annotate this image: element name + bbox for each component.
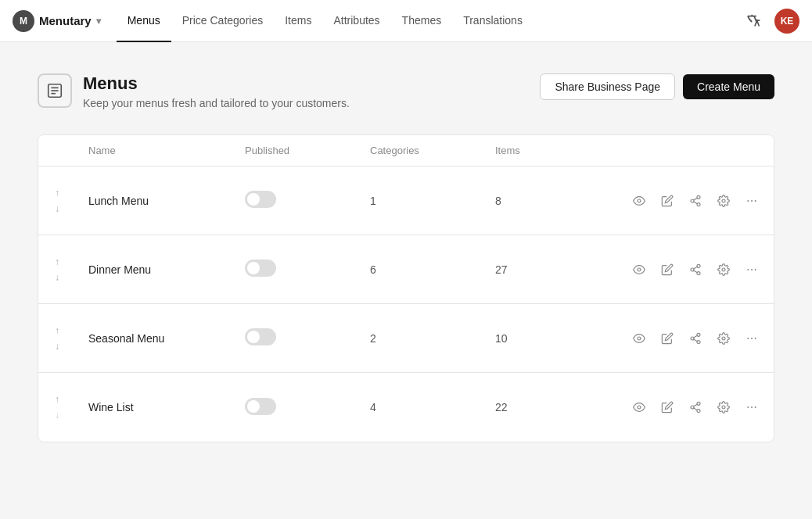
menu-published-toggle[interactable] [232, 316, 357, 360]
toggle-slider [245, 191, 276, 208]
translate-icon[interactable] [742, 9, 767, 34]
more-options-button[interactable] [739, 326, 764, 351]
svg-point-32 [751, 338, 753, 339]
share-button[interactable] [683, 395, 708, 420]
view-button[interactable] [627, 188, 652, 213]
edit-button[interactable] [655, 188, 680, 213]
toggle-slider [245, 328, 276, 345]
svg-point-11 [747, 200, 749, 202]
page-title-group: Menus Keep your menus fresh and tailored… [83, 73, 350, 109]
svg-point-14 [638, 268, 641, 271]
view-button[interactable] [627, 257, 652, 282]
svg-point-20 [722, 268, 725, 271]
move-down-button[interactable]: ↓ [52, 340, 63, 353]
toggle-switch[interactable] [245, 398, 276, 415]
svg-line-19 [694, 267, 698, 269]
settings-button[interactable] [711, 326, 736, 351]
edit-button[interactable] [655, 395, 680, 420]
share-button[interactable] [683, 257, 708, 282]
svg-point-6 [691, 199, 694, 202]
move-down-button[interactable]: ↓ [52, 202, 63, 215]
svg-point-23 [755, 269, 756, 270]
svg-line-29 [694, 335, 698, 338]
menu-items-count: 22 [483, 388, 577, 426]
svg-point-12 [751, 200, 753, 202]
table-header: Name Published Categories Items [38, 135, 774, 166]
nav-items: Menus Price Categories Items Attributes … [117, 0, 738, 41]
page-title: Menus [83, 73, 350, 94]
row-order-controls: ↑ ↓ [38, 387, 76, 428]
menu-items-count: 27 [483, 251, 577, 288]
menu-name: Seasonal Menu [76, 320, 232, 357]
nav-item-menus[interactable]: Menus [117, 0, 171, 42]
view-button[interactable] [627, 326, 652, 351]
move-up-button[interactable]: ↑ [52, 393, 63, 406]
brand-avatar: M [13, 10, 34, 32]
row-order-controls: ↑ ↓ [38, 181, 76, 221]
row-order-controls: ↑ ↓ [38, 249, 76, 290]
svg-point-31 [747, 338, 749, 339]
move-down-button[interactable]: ↓ [52, 271, 63, 284]
col-header-actions [577, 135, 774, 166]
nav-item-items[interactable]: Items [274, 0, 322, 42]
view-button[interactable] [627, 395, 652, 420]
table-row: ↑ ↓ Seasonal Menu 2 10 [38, 304, 774, 373]
svg-point-30 [722, 337, 725, 340]
nav-right: KE [742, 9, 799, 34]
page-header-right: Share Business Page Create Menu [540, 73, 774, 100]
move-up-button[interactable]: ↑ [52, 256, 63, 268]
more-options-button[interactable] [739, 257, 764, 282]
svg-point-43 [755, 406, 756, 408]
share-business-page-button[interactable]: Share Business Page [540, 73, 675, 100]
svg-point-15 [697, 264, 700, 267]
nav-item-price-categories[interactable]: Price Categories [171, 0, 275, 42]
svg-point-22 [751, 269, 753, 270]
edit-button[interactable] [655, 326, 680, 351]
share-button[interactable] [683, 188, 708, 213]
row-actions [577, 388, 774, 426]
menu-published-toggle[interactable] [232, 385, 357, 430]
move-down-button[interactable]: ↓ [52, 409, 63, 421]
more-options-button[interactable] [739, 395, 764, 420]
svg-line-8 [694, 202, 698, 204]
table-row: ↑ ↓ Lunch Menu 1 8 [38, 166, 774, 235]
page-header-left: Menus Keep your menus fresh and tailored… [38, 73, 350, 109]
menu-categories-count: 6 [357, 251, 483, 288]
settings-button[interactable] [711, 188, 736, 213]
toggle-switch[interactable] [245, 328, 276, 345]
toggle-switch[interactable] [245, 191, 276, 208]
col-header-published: Published [232, 135, 357, 166]
svg-line-39 [694, 404, 698, 406]
svg-line-28 [694, 339, 698, 342]
svg-point-34 [638, 406, 641, 409]
brand-logo[interactable]: M Menutary ▾ [13, 10, 101, 32]
svg-point-41 [747, 406, 749, 408]
nav-item-attributes[interactable]: Attributes [322, 0, 390, 42]
svg-point-35 [697, 402, 700, 405]
svg-point-40 [722, 406, 725, 409]
svg-point-27 [697, 340, 700, 343]
svg-point-5 [697, 195, 700, 199]
share-button[interactable] [683, 326, 708, 351]
user-avatar[interactable]: KE [774, 9, 799, 34]
menu-published-toggle[interactable] [232, 178, 357, 223]
toggle-switch[interactable] [245, 260, 276, 277]
move-up-button[interactable]: ↑ [52, 187, 63, 199]
svg-point-37 [697, 410, 700, 413]
nav-item-themes[interactable]: Themes [391, 0, 453, 42]
svg-point-33 [755, 338, 756, 339]
svg-point-25 [697, 333, 700, 336]
settings-button[interactable] [711, 395, 736, 420]
menu-categories-count: 1 [357, 182, 483, 220]
svg-point-10 [722, 199, 725, 202]
menu-published-toggle[interactable] [232, 247, 357, 292]
nav-item-translations[interactable]: Translations [452, 0, 534, 42]
create-menu-button[interactable]: Create Menu [683, 74, 774, 99]
edit-button[interactable] [655, 257, 680, 282]
move-up-button[interactable]: ↑ [52, 324, 63, 337]
menu-name: Wine List [76, 388, 232, 426]
menus-table: Name Published Categories Items ↑ ↓ Lunc… [38, 134, 774, 442]
settings-button[interactable] [711, 257, 736, 282]
more-options-button[interactable] [739, 188, 764, 213]
menu-name: Dinner Menu [76, 251, 232, 288]
